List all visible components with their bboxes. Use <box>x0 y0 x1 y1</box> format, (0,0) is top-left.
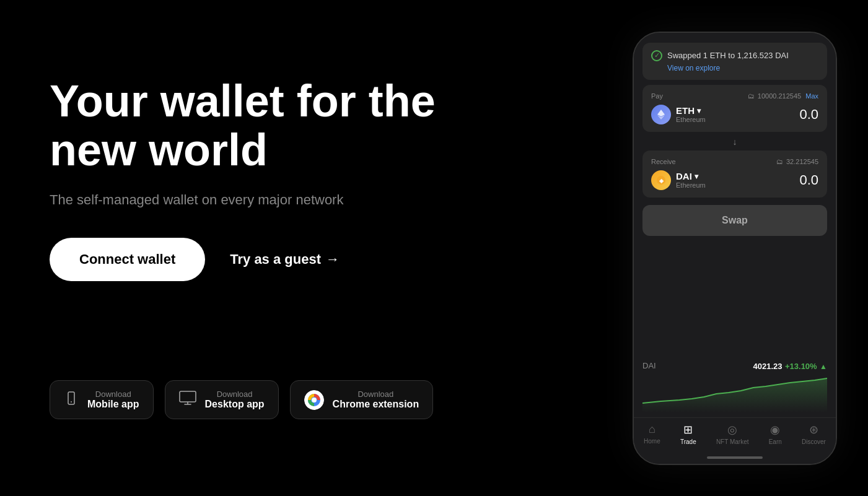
nav-trade-label: Trade <box>680 438 696 445</box>
receive-label: Receive <box>651 158 676 165</box>
cta-row: Connect wallet Try as a guest → <box>50 238 571 281</box>
chart-up-icon: ▲ <box>820 362 827 371</box>
download-desktop-button[interactable]: Download Desktop app <box>165 380 279 419</box>
svg-rect-2 <box>180 391 196 402</box>
desktop-icon <box>179 391 196 409</box>
swap-notification-top: ✓ Swapped 1 ETH to 1,216.523 DAI <box>651 50 818 61</box>
swap-notification: ✓ Swapped 1 ETH to 1,216.523 DAI View on… <box>642 43 827 80</box>
right-panel: ✓ Swapped 1 ETH to 1,216.523 DAI View on… <box>620 1 868 496</box>
nav-home[interactable]: ⌂ Home <box>644 423 660 445</box>
nav-trade[interactable]: ⊞ Trade <box>680 423 696 445</box>
headline-line2: new world <box>50 125 268 175</box>
nft-nav-icon: ◎ <box>727 423 737 437</box>
swap-button[interactable]: Swap <box>642 205 827 236</box>
guest-link[interactable]: Try as a guest → <box>230 251 340 268</box>
mobile-icon <box>64 391 79 409</box>
dai-name-group: DAI ▾ Ethereum <box>676 171 706 189</box>
trade-nav-icon: ⊞ <box>683 423 693 437</box>
mobile-pre-label: Download <box>87 389 139 399</box>
phone-inner: ✓ Swapped 1 ETH to 1,216.523 DAI View on… <box>634 33 836 464</box>
mobile-name: Mobile app <box>87 399 139 410</box>
pay-label-row: Pay 🗂 10000.212545 Max <box>651 92 818 100</box>
subtitle: The self-managed wallet on every major n… <box>50 192 571 208</box>
nav-home-label: Home <box>644 438 660 445</box>
pay-section: Pay 🗂 10000.212545 Max <box>642 85 827 132</box>
eth-network: Ethereum <box>676 116 706 123</box>
chrome-name: Chrome extension <box>333 399 419 410</box>
chrome-pre-label: Download <box>333 389 419 399</box>
left-panel: Your wallet for the new world The self-m… <box>0 40 620 456</box>
nav-nft-label: NFT Market <box>716 438 749 445</box>
view-on-explore-link[interactable]: View on explore <box>667 64 818 72</box>
chart-header: DAI 4021.23 +13.10% ▲ <box>642 360 827 372</box>
nav-nft-market[interactable]: ◎ NFT Market <box>716 423 749 445</box>
svg-text:◈: ◈ <box>659 178 664 184</box>
discover-nav-icon: ⊛ <box>809 423 818 437</box>
receive-section: Receive 🗂 32.212545 ◈ <box>642 150 827 198</box>
headline-line1: Your wallet for the <box>50 76 436 126</box>
connect-wallet-button[interactable]: Connect wallet <box>50 238 205 281</box>
eth-token-info: ETH ▾ Ethereum <box>651 105 706 124</box>
bottom-nav: ⌂ Home ⊞ Trade ◎ NFT Market ◉ Earn ⊛ D <box>634 417 836 453</box>
dai-chevron-icon: ▾ <box>695 172 698 181</box>
phone-mockup: ✓ Swapped 1 ETH to 1,216.523 DAI View on… <box>633 32 837 465</box>
pay-max[interactable]: Max <box>805 92 818 100</box>
dai-network: Ethereum <box>676 181 706 189</box>
pay-amount: 0.0 <box>799 107 818 123</box>
pay-balance: 🗂 10000.212545 Max <box>748 92 818 100</box>
nav-earn-label: Earn <box>769 438 782 445</box>
desktop-pre-label: Download <box>205 389 265 399</box>
mobile-text-group: Download Mobile app <box>87 389 139 410</box>
eth-name-group: ETH ▾ Ethereum <box>676 105 706 123</box>
chart-price-group: 4021.23 +13.10% ▲ <box>753 360 827 372</box>
pay-balance-amount: 10000.212545 <box>758 92 801 100</box>
svg-marker-9 <box>657 110 665 116</box>
dai-token-row: ◈ DAI ▾ Ethereum 0.0 <box>651 170 818 190</box>
swap-notification-text: Swapped 1 ETH to 1,216.523 DAI <box>667 51 789 60</box>
download-row: Download Mobile app Download Desktop app <box>50 380 571 419</box>
eth-chevron-icon: ▾ <box>697 107 701 115</box>
earn-nav-icon: ◉ <box>770 423 780 437</box>
swap-form: Pay 🗂 10000.212545 Max <box>642 85 827 354</box>
svg-point-1 <box>71 401 72 402</box>
headline: Your wallet for the new world <box>50 77 571 175</box>
guest-arrow-icon: → <box>326 251 340 268</box>
dai-token-info: ◈ DAI ▾ Ethereum <box>651 170 706 190</box>
pay-label: Pay <box>651 92 663 100</box>
nav-earn[interactable]: ◉ Earn <box>769 423 782 445</box>
desktop-name: Desktop app <box>205 399 265 410</box>
home-nav-icon: ⌂ <box>649 423 655 436</box>
mini-chart <box>642 375 827 412</box>
download-chrome-button[interactable]: Download Chrome extension <box>290 380 434 419</box>
chart-token-label: DAI <box>642 361 656 370</box>
nav-discover-label: Discover <box>802 438 826 445</box>
receive-amount: 0.0 <box>799 172 818 188</box>
receive-balance: 🗂 32.212545 <box>776 158 818 165</box>
eth-icon <box>651 105 671 124</box>
svg-point-8 <box>312 398 317 402</box>
swap-direction-arrow: ↓ <box>642 133 827 150</box>
home-bar <box>707 456 763 459</box>
dai-icon: ◈ <box>651 170 671 190</box>
chart-change: +13.10% <box>785 362 817 371</box>
desktop-text-group: Download Desktop app <box>205 389 265 410</box>
home-indicator <box>634 453 836 464</box>
chrome-icon <box>304 390 324 410</box>
receive-balance-amount: 32.212545 <box>786 158 818 165</box>
chart-area: DAI 4021.23 +13.10% ▲ <box>634 354 836 417</box>
chart-price: 4021.23 <box>753 362 783 371</box>
receive-label-row: Receive 🗂 32.212545 <box>651 158 818 165</box>
guest-label: Try as a guest <box>230 251 321 268</box>
eth-token-name[interactable]: ETH ▾ <box>676 105 706 116</box>
download-mobile-button[interactable]: Download Mobile app <box>50 380 154 419</box>
eth-token-row: ETH ▾ Ethereum 0.0 <box>651 105 818 124</box>
dai-token-name[interactable]: DAI ▾ <box>676 171 706 181</box>
chrome-text-group: Download Chrome extension <box>333 389 419 410</box>
nav-discover[interactable]: ⊛ Discover <box>802 423 826 445</box>
check-icon: ✓ <box>651 50 662 61</box>
